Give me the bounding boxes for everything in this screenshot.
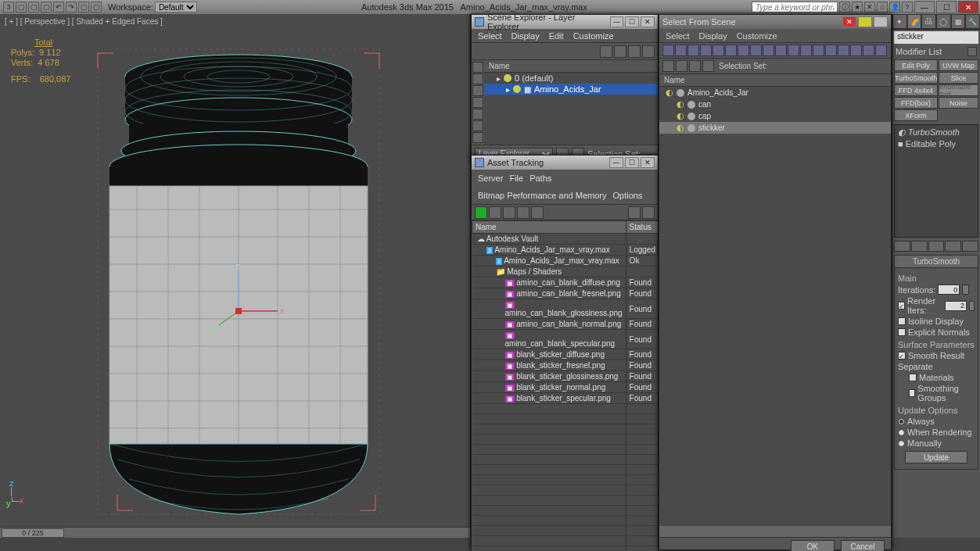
iterations-spinner[interactable] [962,284,969,295]
se-filter-light-icon[interactable] [472,85,483,96]
sfs-filter-helper-icon[interactable] [750,45,762,56]
sfs-row[interactable]: ◐ cap [659,110,891,122]
close-button[interactable]: ✕ [958,1,978,13]
mod-xform-button[interactable]: XForm [894,109,938,121]
app-icon[interactable]: 3 [3,2,14,13]
menu-file[interactable]: File [509,173,523,184]
layer-default[interactable]: ▸ 0 (default) [484,73,658,84]
sfs-row[interactable]: ◐ can [659,98,891,110]
sfs-filter-geom-icon[interactable] [700,45,712,56]
tree-header-name[interactable]: Name [484,60,658,73]
sfs-filter-invert-icon[interactable] [687,45,699,56]
subscription-icon[interactable]: ★ [852,2,863,13]
sfs-filter-light-icon[interactable] [725,45,737,56]
se-filter-space-icon[interactable] [472,120,483,131]
sfs-filter-space-icon[interactable] [763,45,774,56]
menu-edit[interactable]: Edit [549,31,564,41]
sfs-menu-customize[interactable]: Customize [737,31,777,41]
sfs-tb-view-icon[interactable] [676,60,687,72]
qat-save-icon[interactable]: ▢ [41,2,52,13]
at-tool7-icon[interactable] [642,206,655,219]
se-filter-icon[interactable] [614,45,626,58]
maximize-button[interactable]: ☐ [936,1,957,13]
qat-link-icon[interactable]: ▢ [78,2,89,13]
sfs-filter-all-icon[interactable] [662,45,674,56]
sfs-tb-sort-icon[interactable] [689,60,701,72]
qat-proj-icon[interactable]: ▢ [91,2,102,13]
se-filter-geom-icon[interactable] [472,62,483,73]
sfs-filter-shape-icon[interactable] [713,45,724,56]
help-search-input[interactable] [752,2,838,13]
sfs-tb-layer-icon[interactable] [702,60,714,72]
make-unique-icon[interactable] [928,241,945,252]
favorites-icon[interactable]: ☆ [877,2,888,13]
exchange-icon[interactable]: ✕ [864,2,875,13]
sfs-titlebar[interactable]: Select From Scene ✕ [659,15,891,29]
isoline-checkbox[interactable] [898,317,906,325]
modifier-list-label[interactable]: Modifier List [892,45,980,58]
menu-customize[interactable]: Customize [573,31,614,41]
qat-open-icon[interactable]: ▢ [28,2,39,13]
mod-noise-button[interactable]: Noise [939,97,978,109]
asset-row[interactable]: ▣ amino_can_blank_glossiness.pngFound [472,299,659,319]
qat-redo-icon[interactable]: ↷ [66,2,77,13]
se-search-icon[interactable] [600,45,612,58]
update-when-rendering-radio[interactable] [898,429,905,436]
col-status[interactable]: Status [626,221,658,234]
sfs-filter-frozen-icon[interactable] [825,45,837,56]
tab-display-icon[interactable]: ▦ [951,14,966,29]
sfs-filter-xref-icon[interactable] [788,45,799,56]
sfs-opt-icon[interactable] [874,16,888,27]
at-tool5-icon[interactable] [531,206,544,219]
show-end-result-icon[interactable] [911,241,928,252]
workspace-select[interactable]: Default [155,2,197,13]
asset-row[interactable]: ☁ Autodesk Vault [472,234,659,245]
qat-undo-icon[interactable]: ↶ [53,2,64,13]
materials-checkbox[interactable] [909,374,917,381]
scene-explorer-max-button[interactable]: ☐ [625,16,639,27]
render-iters-spinner[interactable] [969,301,975,311]
scene-explorer-titlebar[interactable]: Scene Explorer - Layer Explorer — ☐ ✕ [472,15,658,29]
ok-button[interactable]: OK [791,540,835,552]
sfs-list[interactable]: Name ◐ Amino_Acids_Jar◐ can◐ cap◐ stickk… [659,74,891,526]
infocenter-icon[interactable]: ⓘ [839,2,850,13]
update-manually-radio[interactable] [898,440,905,447]
modifier-stack[interactable]: ◐ TurboSmooth ■ Editable Poly [894,124,978,238]
asset-tracking-min-button[interactable]: — [609,157,623,168]
sfs-hscroll[interactable] [659,526,891,537]
sfs-filter-etc2-icon[interactable] [863,45,874,56]
node-amino-acids-jar[interactable]: ▸ ▦ Amino_Acids_Jar [484,84,658,95]
smoothing-groups-checkbox[interactable] [909,389,915,397]
se-filter-cam-icon[interactable] [472,97,483,108]
sfs-col-name[interactable]: Name [659,74,891,87]
scene-explorer-min-button[interactable]: — [610,16,624,27]
scene-explorer-tree[interactable]: Name ▸ 0 (default) ▸ ▦ Amino_Acids_Jar [484,60,658,145]
at-tool6-icon[interactable] [628,206,641,219]
asset-row[interactable]: ▣ blank_sticker_fresnel.pngFound [472,360,659,371]
at-tool2-icon[interactable] [489,206,501,219]
menu-display[interactable]: Display [512,31,540,41]
chevron-down-icon[interactable] [967,47,977,56]
iterations-input[interactable] [938,284,960,295]
tab-hierarchy-icon[interactable]: 品 [921,14,936,29]
asset-row[interactable]: ▣ amino_can_blank_normal.pngFound [472,319,659,330]
configure-sets-icon[interactable] [962,241,978,252]
asset-row[interactable]: ▣ blank_sticker_glossiness.pngFound [472,371,659,382]
sfs-tb-find-icon[interactable] [662,60,674,72]
se-layer-icon[interactable] [642,45,655,58]
asset-row[interactable]: ▣ amino_can_blank_diffuse.pngFound [472,277,659,288]
col-name[interactable]: Name [472,221,626,234]
tab-create-icon[interactable]: ✦ [892,14,907,29]
at-tool3-icon[interactable] [503,206,515,219]
menu-server[interactable]: Server [478,173,503,184]
remove-modifier-icon[interactable] [945,241,961,252]
asset-row[interactable]: 3 Amino_Acids_Jar_max_vray.maxOk [472,256,659,267]
mod-ffd4-button[interactable]: FFD 4x4x4 [894,84,938,96]
sfs-row[interactable]: ◐ Amino_Acids_Jar [659,87,891,98]
tab-motion-icon[interactable]: ◯ [936,14,951,29]
sfs-close-button[interactable]: ✕ [842,16,856,27]
asset-row[interactable]: ▣ blank_sticker_specular.pngFound [472,393,659,404]
mod-turbosmooth-button[interactable]: TurboSmooth [894,72,938,84]
cancel-button[interactable]: Cancel [841,540,885,552]
menu-options[interactable]: Options [612,190,642,201]
